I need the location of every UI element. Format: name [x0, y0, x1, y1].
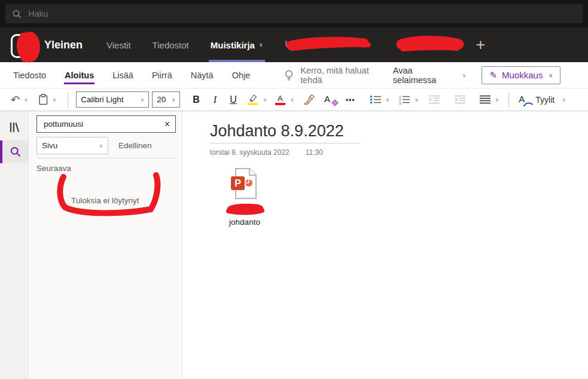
bullet-list-icon — [370, 94, 382, 105]
page-canvas[interactable]: Johdanto 8.9.2022 torstai 8. syyskuuta 2… — [182, 111, 588, 379]
eraser-diamond-icon — [331, 99, 338, 106]
redaction-scribble-filename — [223, 201, 267, 216]
undo-icon: ↶ — [11, 93, 20, 106]
attachment-name: johdanto — [229, 218, 260, 227]
menu-lisaa[interactable]: Lisää — [112, 62, 133, 88]
tab-tiedostot[interactable]: Tiedostot — [153, 27, 189, 62]
chevron-down-icon: ∨ — [24, 97, 28, 103]
increase-indent-button[interactable] — [454, 94, 466, 105]
font-size-value: 20 — [157, 95, 166, 104]
highlight-button[interactable]: ∨ — [247, 94, 267, 105]
font-color-bar — [275, 103, 285, 105]
paste-button[interactable]: ∨ — [38, 93, 57, 106]
chevron-down-icon: ∨ — [562, 97, 566, 103]
channel-avatar[interactable] — [10, 30, 37, 60]
font-color-letter: A — [278, 94, 283, 102]
search-panel: × Sivu ∨ Edellinen Seuraava Tuloksia ei … — [29, 111, 182, 379]
chevron-down-icon: ∨ — [53, 97, 57, 103]
undo-button[interactable]: ↶ ∨ — [11, 93, 28, 106]
font-name-select[interactable]: Calibri Light ∨ — [76, 91, 149, 108]
pencil-icon: ✎ — [489, 70, 497, 81]
search-input[interactable] — [28, 8, 576, 19]
search-icon — [12, 9, 22, 19]
ribbon-toolbar: ↶ ∨ ∨ Calibri Light ∨ 20 ∨ B I U ∨ A — [0, 88, 588, 111]
toolbar-divider — [68, 92, 68, 108]
alignment-button[interactable]: ∨ — [479, 94, 499, 105]
menu-ohje[interactable]: Ohje — [232, 62, 251, 88]
tell-me-placeholder: Kerro, mitä haluat tehdä — [300, 66, 393, 85]
file-attachment[interactable]: P johdanto — [222, 167, 267, 227]
more-options-button[interactable]: ••• — [346, 96, 355, 104]
search-panel-button[interactable] — [0, 140, 28, 163]
styles-label: Tyylit — [535, 95, 555, 105]
left-rail — [0, 111, 29, 379]
menu-aloitus[interactable]: Aloitus — [65, 62, 94, 88]
notebooks-icon — [8, 121, 21, 134]
no-results-text: Tuloksia ei löytynyt — [71, 196, 176, 205]
global-search-bar[interactable] — [5, 4, 583, 23]
previous-result-button[interactable]: Edellinen — [118, 141, 152, 150]
edit-button-label: Muokkaus — [502, 70, 543, 80]
align-justify-icon — [479, 94, 491, 105]
channel-header: Yleinen Viestit Tiedostot Muistikirja ∨ … — [0, 27, 588, 62]
font-name-value: Calibri Light — [81, 95, 123, 104]
format-painter-button[interactable] — [302, 94, 315, 106]
search-icon — [10, 146, 22, 158]
font-color-button[interactable]: A ∨ — [274, 94, 294, 105]
powerpoint-file-icon: P — [230, 167, 259, 200]
tab-label: Tiedostot — [153, 40, 189, 50]
title-divider — [210, 143, 360, 143]
chevron-down-icon: ∨ — [172, 97, 176, 103]
channel-title: Yleinen — [44, 39, 83, 51]
chevron-down-icon: ∨ — [549, 72, 553, 78]
page-search-box[interactable]: × — [36, 115, 176, 133]
lightbulb-icon — [284, 69, 294, 81]
redaction-scribble-avatar — [11, 29, 44, 66]
tab-redacted-1[interactable]: L — [285, 27, 373, 62]
styles-button[interactable]: A Tyylit ∨ — [519, 94, 565, 106]
clear-search-button[interactable]: × — [164, 120, 170, 129]
chevron-down-icon: ∨ — [263, 97, 267, 103]
numbered-list-button[interactable]: 1 2 3 ∨ — [398, 94, 419, 105]
svg-text:P: P — [234, 178, 241, 188]
decrease-indent-button[interactable] — [428, 94, 440, 105]
edit-mode-button[interactable]: ✎ Muokkaus ∨ — [482, 66, 560, 84]
chevron-down-icon: ∨ — [495, 97, 499, 103]
menu-tiedosto[interactable]: Tiedosto — [13, 62, 46, 88]
clear-format-letter: A — [324, 94, 330, 104]
numbered-list-icon: 1 2 3 — [398, 94, 410, 105]
menu-piirra[interactable]: Piirrä — [152, 62, 172, 88]
search-scope-select[interactable]: Sivu ∨ — [36, 137, 108, 154]
open-in-browser-button[interactable]: Avaa selaimessa ∨ — [393, 66, 467, 85]
tab-redacted-2[interactable] — [395, 27, 467, 62]
tab-viestit[interactable]: Viestit — [106, 27, 131, 62]
page-title[interactable]: Johdanto 8.9.2022 — [210, 121, 588, 141]
underline-button[interactable]: U — [230, 94, 237, 105]
chevron-down-icon: ∨ — [290, 97, 294, 103]
toolbar-divider — [508, 92, 509, 108]
search-scope-value: Sivu — [42, 141, 57, 150]
clear-formatting-button[interactable]: A — [324, 94, 337, 106]
notebooks-button[interactable] — [0, 117, 28, 138]
page-search-input[interactable] — [42, 119, 150, 129]
italic-button[interactable]: I — [214, 94, 217, 105]
chevron-down-icon: ∨ — [415, 97, 419, 103]
bullet-list-button[interactable]: ∨ — [370, 94, 390, 105]
bold-button[interactable]: B — [193, 94, 200, 105]
clipboard-icon — [38, 93, 48, 106]
font-size-select[interactable]: 20 ∨ — [152, 91, 180, 108]
tab-muistikirja[interactable]: Muistikirja ∨ — [211, 27, 263, 62]
chevron-down-icon: ∨ — [462, 72, 467, 78]
open-in-browser-label: Avaa selaimessa — [393, 66, 458, 85]
menu-nayta[interactable]: Näytä — [191, 62, 214, 88]
svg-text:3: 3 — [399, 102, 401, 105]
add-tab-button[interactable]: + — [476, 37, 486, 53]
next-result-button[interactable]: Seuraava — [36, 164, 176, 173]
onenote-menubar: Tiedosto Aloitus Lisää Piirrä Näytä Ohje… — [0, 62, 588, 88]
chevron-down-icon: ∨ — [99, 143, 103, 149]
format-painter-icon — [302, 94, 315, 106]
tab-bar: Viestit Tiedostot Muistikirja ∨ L — [106, 27, 467, 62]
styles-brush-icon — [523, 102, 533, 107]
tell-me-box[interactable]: Kerro, mitä haluat tehdä — [284, 62, 393, 88]
page-time: 11:30 — [306, 148, 323, 157]
